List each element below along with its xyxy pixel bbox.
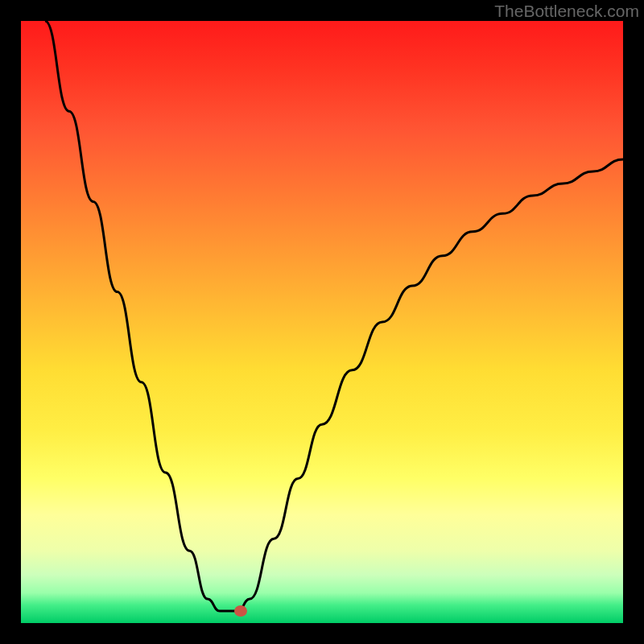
curve-svg	[21, 21, 623, 623]
watermark-text: TheBottleneck.com	[494, 2, 639, 21]
bottleneck-curve	[45, 21, 623, 611]
optimal-point-marker	[234, 605, 247, 617]
chart-plot-area	[21, 21, 623, 623]
